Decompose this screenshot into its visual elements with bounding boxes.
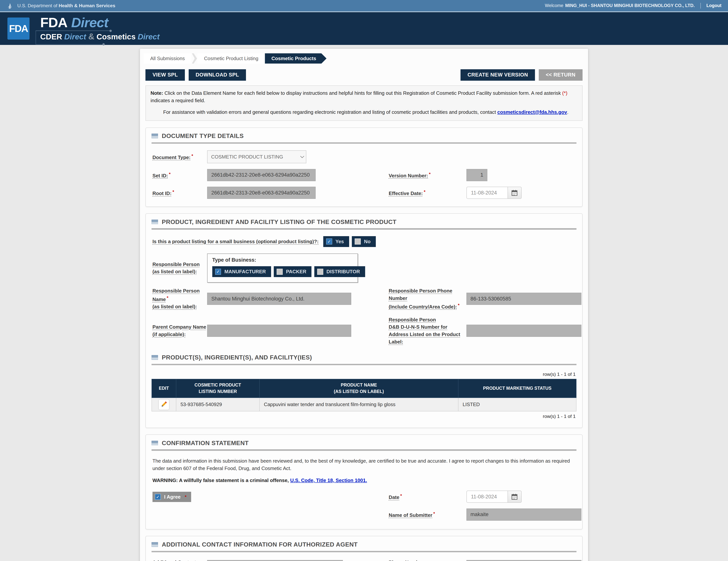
- breadcrumb-cosmetic-product-listing[interactable]: Cosmetic Product Listing: [197, 53, 265, 64]
- confirmation-date-field[interactable]: [466, 491, 508, 503]
- breadcrumb-all-submissions[interactable]: All Submissions: [144, 53, 191, 64]
- note-text: Note: Click on the Data Element Name for…: [151, 89, 577, 104]
- hhs-eagle-icon: [6, 2, 14, 10]
- fda-banner: FDA FDA Direct CDER Direct & Cosmetics D…: [0, 12, 728, 45]
- section-header: ADDITIONAL CONTACT INFORMATION FOR AUTHO…: [152, 540, 576, 551]
- return-button[interactable]: << RETURN: [539, 69, 583, 81]
- effective-date-field[interactable]: [466, 187, 508, 199]
- confirmation-text: The data and information in this submiss…: [152, 457, 576, 472]
- additional-contact-name-label[interactable]: Additional Contact Name:: [152, 559, 196, 561]
- agent-phone-label[interactable]: Phone Number (Include Country/Area Code)…: [389, 559, 457, 561]
- create-new-version-button[interactable]: CREATE NEW VERSION: [461, 69, 535, 81]
- responsible-person-name-label[interactable]: Responsible Person Name*(as listed on la…: [152, 287, 200, 310]
- section-rule: [152, 364, 576, 365]
- type-of-business-toggle-group: ✓ MANUFACTURER PACKER DISTRIBUTOR: [212, 266, 353, 277]
- section-collapse-icon[interactable]: [152, 355, 158, 360]
- toolbar: VIEW SPL DOWNLOAD SPL CREATE NEW VERSION…: [145, 69, 582, 81]
- section-rule: [152, 551, 576, 552]
- small-business-label[interactable]: Is this a product listing for a small bu…: [152, 238, 319, 245]
- edit-pencil-icon: [160, 401, 167, 408]
- download-spl-button[interactable]: DOWNLOAD SPL: [189, 69, 246, 81]
- subsection-title: PRODUCT(S), INGREDIENT(S), AND FACILITY(…: [162, 354, 312, 361]
- cosmeticsdirect-email-link[interactable]: cosmeticsdirect@fda.hhs.gov: [497, 109, 567, 115]
- section-collapse-icon[interactable]: [152, 220, 158, 224]
- section-rule: [152, 228, 576, 230]
- section-header: DOCUMENT TYPE DETAILS: [152, 132, 576, 142]
- banner-title: FDA Direct: [40, 15, 160, 30]
- date-label[interactable]: Date*: [389, 492, 402, 501]
- parent-company-label[interactable]: Parent Company Name (if applicable):: [152, 323, 206, 338]
- document-type-label[interactable]: Document Type:*: [152, 153, 193, 161]
- parent-company-field: [207, 325, 351, 337]
- version-number-field: [466, 169, 488, 181]
- unchecked-checkbox-icon: [317, 269, 323, 275]
- rows-count-top: row(s) 1 - 1 of 1: [152, 372, 576, 377]
- marketing-status-column-header: PRODUCT MARKETING STATUS: [458, 379, 576, 398]
- name-of-submitter-label[interactable]: Name of Submitter*: [389, 510, 435, 519]
- government-topbar: U.S. Department of Health & Human Servic…: [0, 0, 728, 12]
- set-id-label[interactable]: Set ID:*: [152, 171, 171, 179]
- banner-subtitle: CDER Direct & Cosmetics Direct: [40, 31, 160, 42]
- effective-date-label[interactable]: Effective Date:*: [389, 189, 425, 197]
- breadcrumb-cosmetic-products[interactable]: Cosmetic Products: [265, 53, 326, 64]
- type-of-business-box: Type of Business: ✓ MANUFACTURER PACKER: [207, 254, 358, 282]
- table-row: 53-937685-540929 Cappuvini water tender …: [152, 398, 576, 411]
- listing-number-column-header: COSMETIC PRODUCT LISTING NUMBER: [176, 379, 259, 398]
- products-table: EDIT COSMETIC PRODUCT LISTING NUMBER PRO…: [152, 379, 576, 411]
- product-name-cell: Cappuvini water tender and translucent f…: [259, 398, 458, 411]
- responsible-person-name-field: [207, 293, 351, 305]
- additional-contact-name-field: [207, 560, 343, 561]
- manufacturer-toggle[interactable]: ✓ MANUFACTURER: [212, 266, 271, 277]
- logout-link[interactable]: Logout: [706, 3, 722, 8]
- breadcrumb-chevron-icon: [192, 53, 197, 64]
- checked-checkbox-icon: ✓: [215, 269, 221, 275]
- topbar-divider: [700, 3, 701, 8]
- section-collapse-icon[interactable]: [152, 134, 158, 138]
- root-id-label[interactable]: Root ID:*: [152, 189, 174, 197]
- banner-rule-left: [36, 30, 36, 44]
- small-business-no-toggle[interactable]: No: [352, 236, 376, 247]
- responsible-person-label[interactable]: Responsible Person (as listed on label):: [152, 261, 200, 276]
- effective-date-calendar-button[interactable]: [508, 187, 522, 199]
- section-collapse-icon[interactable]: [152, 441, 158, 445]
- distributor-toggle[interactable]: DISTRIBUTOR: [314, 266, 365, 277]
- document-type-select[interactable]: COSMETIC PRODUCT LISTING: [207, 150, 306, 164]
- version-number-label[interactable]: Version Number:*: [389, 171, 431, 179]
- view-spl-button[interactable]: VIEW SPL: [145, 69, 185, 81]
- small-business-toggle-group: ✓ Yes No: [323, 236, 376, 247]
- page-body: All Submissions Cosmetic Product Listing…: [0, 45, 728, 561]
- edit-row-button[interactable]: [159, 399, 169, 410]
- document-type-details-section: DOCUMENT TYPE DETAILS Document Type:* CO…: [145, 128, 582, 207]
- department-text: U.S. Department of Health & Human Servic…: [17, 3, 115, 8]
- checked-checkbox-icon: ✓: [155, 494, 161, 500]
- calendar-icon: [511, 493, 518, 500]
- small-business-yes-toggle[interactable]: ✓ Yes: [323, 236, 349, 247]
- fda-logo: FDA: [7, 18, 30, 40]
- us-code-link[interactable]: U.S. Code, Title 18, Section 1001.: [290, 478, 367, 483]
- section-title: CONFIRMATION STATEMENT: [162, 440, 249, 447]
- section-rule: [152, 142, 576, 144]
- responsible-person-phone-label[interactable]: Responsible Person Phone Number(Include …: [389, 287, 460, 310]
- section-title: DOCUMENT TYPE DETAILS: [162, 133, 244, 140]
- responsible-person-phone-field: [466, 293, 582, 305]
- i-agree-toggle[interactable]: ✓ I Agree *: [152, 492, 191, 502]
- products-subsection-header: PRODUCT(S), INGREDIENT(S), AND FACILITY(…: [152, 353, 576, 364]
- edit-column-header: EDIT: [152, 379, 176, 398]
- confirmation-statement-section: CONFIRMATION STATEMENT The data and info…: [145, 434, 582, 529]
- note-box: Note: Click on the Data Element Name for…: [145, 85, 582, 121]
- confirmation-date-calendar-button[interactable]: [508, 491, 522, 503]
- assistance-text: For assistance with validation errors an…: [151, 109, 577, 116]
- type-of-business-label: Type of Business:: [212, 257, 353, 263]
- section-collapse-icon[interactable]: [152, 542, 158, 547]
- additional-contact-section: ADDITIONAL CONTACT INFORMATION FOR AUTHO…: [145, 536, 582, 561]
- section-title: PRODUCT, INGREDIENT AND FACILITY LISTING…: [162, 219, 397, 226]
- calendar-icon: [511, 189, 518, 197]
- rows-count-bottom: row(s) 1 - 1 of 1: [152, 414, 576, 419]
- duns-number-field: [466, 325, 582, 337]
- packer-toggle[interactable]: PACKER: [274, 266, 311, 277]
- duns-number-label[interactable]: Responsible Person D&B D-U-N-S Number fo…: [389, 316, 460, 345]
- section-title: ADDITIONAL CONTACT INFORMATION FOR AUTHO…: [162, 541, 358, 548]
- banner-rule-top: [36, 30, 110, 31]
- product-listing-section: PRODUCT, INGREDIENT AND FACILITY LISTING…: [145, 213, 582, 428]
- hhs-brand: U.S. Department of Health & Human Servic…: [6, 2, 115, 10]
